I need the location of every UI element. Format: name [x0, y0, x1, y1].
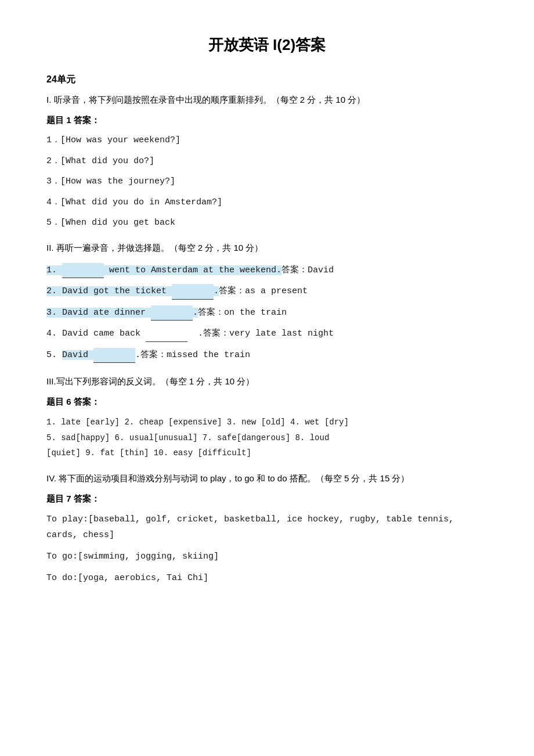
section3-subtitle: 题目 6 答案：	[46, 397, 488, 408]
section2-q4: 4. David came back .答案：very late last ni…	[46, 326, 488, 342]
q3-blank	[151, 305, 193, 321]
vocab-row3: [quiet] 9. fat [thin] 10. easy [difficul…	[46, 445, 488, 461]
section1-subtitle: 题目 1 答案：	[46, 115, 488, 126]
section2-block: II. 再听一遍录音，并做选择题。（每空 2 分，共 10 分） 1. went…	[46, 241, 488, 363]
q5-blank	[93, 348, 135, 363]
q3-answer: 答案：on the train	[198, 308, 287, 318]
q5-text-content: 5. David .答案：missed the train	[46, 350, 250, 360]
to-go-row: To go:[swimming, jogging, skiing]	[46, 549, 488, 564]
page-title: 开放英语 I(2)答案	[46, 35, 488, 55]
q4-blank	[146, 326, 187, 342]
q1-answer: 答案：David	[282, 265, 334, 275]
section1-instruction: I. 听录音，将下列问题按照在录音中出现的顺序重新排列。（每空 2 分，共 10…	[46, 93, 488, 107]
section1-block: I. 听录音，将下列问题按照在录音中出现的顺序重新排列。（每空 2 分，共 10…	[46, 93, 488, 231]
vocab-row1: 1. late [early] 2. cheap [expensive] 3. …	[46, 415, 488, 430]
q1-text: 1．[How was your weekend?]	[46, 133, 488, 148]
vocab-row2: 5. sad[happy] 6. usual[unusual] 7. safe[…	[46, 430, 488, 446]
section2-instruction: II. 再听一遍录音，并做选择题。（每空 2 分，共 10 分）	[46, 241, 488, 255]
q3-text: 3．[How was the journey?]	[46, 174, 488, 189]
q4-text: 4．[What did you do in Amsterdam?]	[46, 195, 488, 210]
section3-instruction: III.写出下列形容词的反义词。（每空 1 分，共 10 分）	[46, 375, 488, 388]
section2-q5: 5. David .答案：missed the train	[46, 348, 488, 363]
q5-answer: 答案：missed the train	[140, 350, 250, 360]
q5-highlight: David	[62, 350, 135, 360]
q1-highlight: 1. went to Amsterdam at the weekend.	[46, 265, 282, 275]
to-do-row: To do:[yoga, aerobics, Tai Chi]	[46, 570, 488, 586]
section3-block: III.写出下列形容词的反义词。（每空 1 分，共 10 分） 题目 6 答案：…	[46, 375, 488, 461]
section4-subtitle: 题目 7 答案：	[46, 494, 488, 505]
q2-answer: 答案：as a present	[219, 286, 308, 296]
q2-blank	[172, 284, 214, 300]
section4-block: IV. 将下面的运动项目和游戏分别与动词 to play，to go 和 to …	[46, 471, 488, 586]
to-play-answer: To play:[baseball, golf, cricket, basket…	[46, 512, 488, 543]
to-do-answer: To do:[yoga, aerobics, Tai Chi]	[46, 570, 488, 586]
to-go-answer: To go:[swimming, jogging, skiing]	[46, 549, 488, 564]
q2-text: 2．[What did you do?]	[46, 154, 488, 169]
q4-answer: 答案：very late last night	[203, 329, 334, 339]
section4-instruction: IV. 将下面的运动项目和游戏分别与动词 to play，to go 和 to …	[46, 471, 488, 485]
section3-answers: 1. late [early] 2. cheap [expensive] 3. …	[46, 415, 488, 461]
q1-blank	[62, 263, 104, 279]
to-play-row: To play:[baseball, golf, cricket, basket…	[46, 512, 488, 543]
section2-q2: 2. David got the ticket .答案：as a present	[46, 284, 488, 300]
q4-text-content: 4. David came back .	[46, 329, 203, 339]
q2-highlight: 2. David got the ticket .	[46, 286, 219, 296]
section2-q3: 3. David ate dinner .答案：on the train	[46, 305, 488, 321]
q3-highlight: 3. David ate dinner .	[46, 308, 198, 318]
unit-header: 24单元	[46, 74, 488, 86]
section2-q1: 1. went to Amsterdam at the weekend.答案：D…	[46, 263, 488, 279]
q5-text: 5．[When did you get back	[46, 215, 488, 231]
